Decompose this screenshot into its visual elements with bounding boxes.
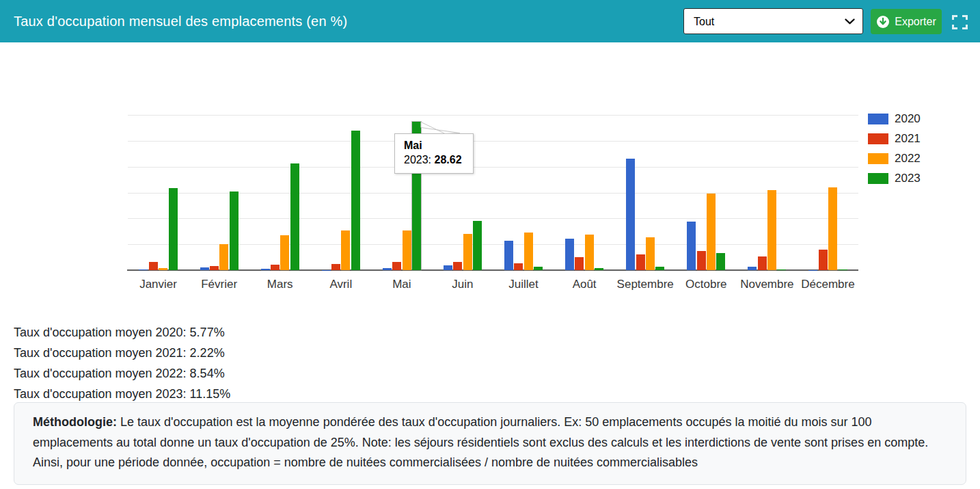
bar[interactable]	[828, 187, 837, 270]
x-axis-label: Janvier	[124, 278, 193, 291]
bar[interactable]	[210, 266, 219, 270]
methodology-label: Méthodologie:	[33, 415, 117, 429]
bar[interactable]	[403, 230, 411, 270]
chart-tooltip: Mai 2023: 28.62	[394, 133, 474, 174]
bar[interactable]	[626, 159, 635, 270]
legend-swatch	[868, 133, 888, 144]
bar[interactable]	[585, 235, 594, 270]
tooltip-series: 2023:	[404, 154, 431, 166]
tooltip-value: 28.62	[435, 154, 462, 166]
x-axis-label: Octobre	[672, 278, 740, 291]
stat-line-2023: Taux d'occupation moyen 2023: 11.15%	[14, 384, 230, 404]
bar[interactable]	[575, 257, 584, 270]
bar[interactable]	[219, 244, 228, 270]
bar[interactable]	[707, 194, 716, 270]
legend-label: 2021	[895, 132, 921, 146]
bar[interactable]	[169, 188, 178, 270]
bar[interactable]	[331, 264, 340, 270]
bar[interactable]	[230, 191, 239, 270]
x-axis-label: Août	[550, 278, 618, 291]
stat-line-2021: Taux d'occupation moyen 2021: 2.22%	[14, 343, 230, 363]
bar[interactable]	[444, 265, 452, 270]
bar[interactable]	[697, 251, 706, 270]
bar[interactable]	[159, 268, 167, 270]
bar[interactable]	[504, 241, 513, 270]
bar[interactable]	[261, 269, 270, 270]
gridline	[128, 141, 858, 142]
bar[interactable]	[341, 230, 350, 270]
x-axis-label: Mars	[246, 278, 314, 291]
bar[interactable]	[473, 221, 482, 270]
bar[interactable]	[271, 265, 280, 270]
bar[interactable]	[534, 267, 543, 270]
legend-item-2023: 2023	[868, 172, 921, 184]
methodology-box: Méthodologie: Le taux d'occupation est l…	[14, 402, 966, 485]
bar[interactable]	[149, 262, 158, 270]
tooltip-category: Mai	[404, 140, 473, 152]
x-axis-label: Avril	[307, 278, 375, 291]
bar[interactable]	[595, 268, 603, 270]
bar[interactable]	[351, 131, 360, 270]
bar[interactable]	[716, 253, 725, 270]
tooltip-value-line: 2023: 28.62	[404, 154, 473, 166]
bar[interactable]	[139, 269, 148, 270]
methodology-text: Le taux d'occupation est la moyenne pond…	[33, 415, 928, 469]
occupancy-dashboard: Taux d'occupation mensuel des emplacemen…	[0, 0, 980, 489]
bar[interactable]	[636, 254, 645, 270]
legend-label: 2023	[895, 172, 921, 185]
bar[interactable]	[655, 267, 664, 270]
stat-line-2022: Taux d'occupation moyen 2022: 8.54%	[14, 363, 230, 384]
legend-swatch	[868, 114, 888, 124]
bar[interactable]	[524, 233, 533, 270]
bar[interactable]	[200, 267, 209, 270]
legend-item-2021: 2021	[868, 133, 921, 144]
bar[interactable]	[383, 268, 392, 270]
legend-item-2020: 2020	[868, 113, 921, 124]
gridline	[128, 167, 858, 168]
bar[interactable]	[748, 267, 757, 270]
bar[interactable]	[280, 235, 289, 270]
bar[interactable]	[767, 190, 776, 270]
bar[interactable]	[453, 262, 462, 270]
bar[interactable]	[687, 222, 696, 270]
legend-label: 2022	[895, 152, 921, 166]
bar[interactable]	[819, 250, 828, 270]
x-axis-label: Décembre	[793, 278, 862, 291]
x-axis-label: Novembre	[733, 278, 801, 291]
x-axis-label: Septembre	[611, 278, 679, 291]
stat-line-2020: Taux d'occupation moyen 2020: 5.77%	[14, 322, 230, 343]
bar[interactable]	[646, 237, 655, 270]
bar[interactable]	[463, 234, 472, 270]
bar[interactable]	[392, 262, 401, 270]
legend-swatch	[868, 173, 888, 184]
bar[interactable]	[839, 269, 847, 270]
stats-block: Taux d'occupation moyen 2020: 5.77% Taux…	[14, 322, 230, 404]
bar[interactable]	[565, 239, 574, 270]
x-axis-label: Février	[185, 278, 254, 291]
legend-label: 2020	[895, 112, 921, 126]
bar[interactable]	[290, 163, 299, 270]
bar[interactable]	[777, 269, 786, 270]
x-axis-label: Juin	[428, 278, 497, 291]
bar[interactable]	[514, 263, 523, 270]
legend-item-2022: 2022	[868, 153, 921, 164]
legend-swatch	[868, 153, 888, 164]
gridline	[128, 115, 858, 116]
x-axis-label: Juillet	[489, 278, 558, 291]
bar[interactable]	[758, 256, 767, 270]
x-axis-label: Mai	[368, 278, 436, 291]
